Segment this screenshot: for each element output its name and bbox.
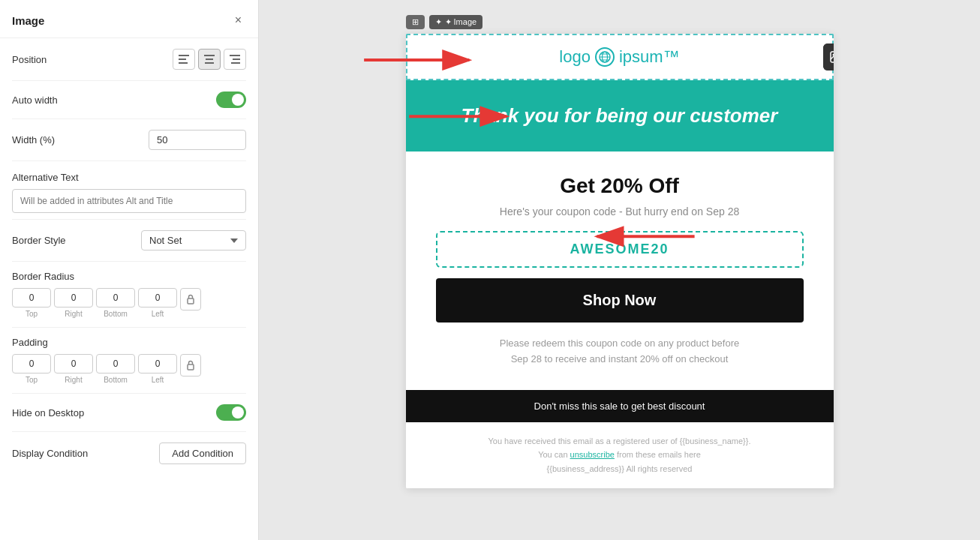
border-radius-left[interactable] — [138, 288, 177, 308]
hide-desktop-row: Hide on Desktop — [12, 394, 246, 432]
alt-text-section: Alternative Text — [12, 161, 246, 220]
padding-left-field: Left — [138, 354, 177, 384]
svg-rect-10 — [188, 364, 194, 370]
svg-rect-9 — [188, 298, 194, 304]
padding-right[interactable] — [54, 354, 93, 374]
padding-section: Padding Top Right Bottom Left — [12, 328, 246, 394]
svg-rect-6 — [230, 55, 240, 56]
logo-suffix: ipsum™ — [619, 47, 680, 67]
display-condition-label: Display Condition — [12, 448, 88, 459]
image-badge-label: ✦ Image — [445, 17, 477, 27]
align-right-button[interactable] — [224, 49, 246, 70]
svg-rect-5 — [205, 62, 214, 64]
border-style-select[interactable]: Not Set Solid Dashed Dotted — [141, 230, 246, 250]
border-radius-lock-button[interactable] — [180, 288, 201, 310]
svg-rect-4 — [206, 58, 213, 60]
border-radius-right[interactable] — [54, 288, 93, 308]
padding-bottom-field: Bottom — [96, 354, 135, 384]
position-buttons — [173, 49, 246, 70]
image-badge: ✦ ✦ Image — [429, 15, 483, 29]
svg-rect-2 — [179, 62, 188, 64]
p-top-label: Top — [26, 376, 38, 384]
toggle-thumb — [232, 94, 244, 106]
close-button[interactable]: × — [230, 12, 246, 28]
email-logo: logo ipsum™ — [559, 47, 679, 67]
hide-desktop-label: Hide on Desktop — [12, 407, 84, 418]
br-right-label: Right — [65, 310, 82, 318]
padding-top-field: Top — [12, 354, 51, 384]
disclaimer-line2: Sep 28 to receive and instant 20% off on… — [511, 353, 729, 364]
align-left-button[interactable] — [173, 49, 195, 70]
add-condition-button[interactable]: Add Condition — [159, 442, 246, 464]
padding-left[interactable] — [138, 354, 177, 374]
email-footer-text: You have received this email as a regist… — [406, 422, 834, 488]
padding-top[interactable] — [12, 354, 51, 374]
padding-label: Padding — [12, 337, 246, 348]
svg-rect-3 — [204, 55, 215, 56]
image-icon: ✦ — [435, 17, 442, 27]
panel-title: Image — [12, 14, 44, 27]
padding-right-field: Right — [54, 354, 93, 384]
border-radius-top[interactable] — [12, 288, 51, 308]
border-radius-bottom[interactable] — [96, 288, 135, 308]
border-radius-inputs: Top Right Bottom Left — [12, 288, 246, 318]
border-radius-section: Border Radius Top Right Bottom Left — [12, 262, 246, 328]
p-left-label: Left — [152, 376, 164, 384]
br-top-label: Top — [26, 310, 38, 318]
footer-registered: You have received this email as a regist… — [421, 434, 819, 448]
border-style-row: Border Style Not Set Solid Dashed Dotted — [12, 220, 246, 262]
padding-bottom[interactable] — [96, 354, 135, 374]
settings-panel: Image × Position Auto width — [0, 0, 259, 540]
width-label: Width (%) — [12, 134, 55, 146]
display-condition-row: Display Condition Add Condition — [12, 432, 246, 475]
unsubscribe-link[interactable]: unsubscribe — [570, 450, 615, 459]
svg-rect-0 — [179, 55, 189, 56]
banner-text: Thank you for being our customer — [421, 104, 819, 128]
padding-inputs: Top Right Bottom Left — [12, 354, 246, 384]
border-radius-bottom-field: Bottom — [96, 288, 135, 318]
footer-address: {{business_address}} All rights reserved — [421, 462, 819, 476]
width-input[interactable] — [149, 130, 246, 150]
toolbar-image-button[interactable] — [823, 44, 834, 70]
grid-badge: ⊞ — [406, 15, 425, 29]
p-bottom-label: Bottom — [104, 376, 128, 384]
shop-now-button[interactable]: Shop Now — [436, 278, 804, 322]
svg-rect-7 — [233, 58, 240, 60]
main-area: ⊞ ✦ ✦ Image logo — [259, 0, 980, 540]
border-radius-left-field: Left — [138, 288, 177, 318]
disclaimer-line1: Please redeem this coupon code on any pr… — [500, 338, 739, 349]
width-row: Width (%) — [12, 119, 246, 161]
floating-toolbar — [823, 44, 834, 70]
padding-lock-button[interactable] — [180, 354, 201, 376]
panel-body: Position Auto width Wid — [0, 38, 258, 540]
border-radius-top-field: Top — [12, 288, 51, 318]
alt-text-input[interactable] — [12, 189, 246, 213]
footer-unsubscribe-line: You can unsubscribe from these emails he… — [421, 448, 819, 462]
auto-width-row: Auto width — [12, 81, 246, 119]
email-logo-row: logo ipsum™ — [406, 34, 834, 80]
email-subtext: Here's your coupon code - But hurry end … — [436, 206, 804, 218]
auto-width-label: Auto width — [12, 94, 58, 106]
border-style-label: Border Style — [12, 235, 66, 246]
br-left-label: Left — [152, 310, 164, 318]
auto-width-toggle[interactable] — [216, 92, 246, 108]
hide-desktop-toggle[interactable] — [216, 404, 246, 421]
align-center-button[interactable] — [198, 49, 221, 70]
email-content: Get 20% Off Here's your coupon code - Bu… — [406, 152, 834, 390]
email-footer-bar: Don't miss this sale to get best discoun… — [406, 390, 834, 422]
email-top-bar: ⊞ ✦ ✦ Image — [406, 15, 834, 29]
br-bottom-label: Bottom — [104, 310, 128, 318]
email-disclaimer: Please redeem this coupon code on any pr… — [436, 336, 804, 368]
position-row: Position — [12, 38, 246, 81]
panel-header: Image × — [0, 0, 258, 38]
p-right-label: Right — [65, 376, 82, 384]
email-preview-wrapper: ⊞ ✦ ✦ Image logo — [406, 15, 834, 488]
position-label: Position — [12, 54, 47, 65]
border-radius-right-field: Right — [54, 288, 93, 318]
coupon-code: AWESOME20 — [436, 231, 804, 268]
email-banner: Thank you for being our customer — [406, 80, 834, 152]
logo-text: logo — [559, 47, 591, 67]
alt-text-label: Alternative Text — [12, 172, 246, 183]
logo-globe-icon — [595, 47, 615, 67]
svg-point-23 — [833, 54, 834, 56]
